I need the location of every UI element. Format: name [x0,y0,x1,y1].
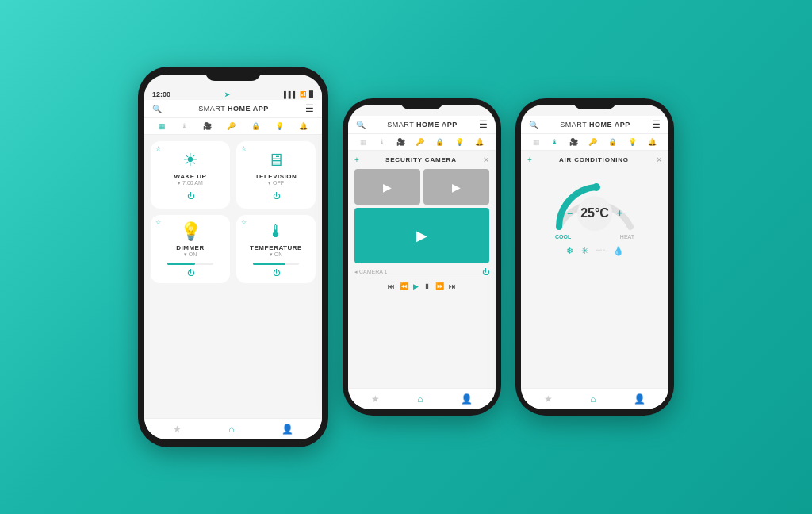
heat-label: HEAT [620,234,634,240]
bell-icon-ac[interactable]: 🔔 [648,138,657,146]
grid-icon[interactable]: ▦ [159,122,166,130]
temp-icon[interactable]: 🌡 [181,122,188,130]
drop-icon[interactable]: 💧 [613,246,624,256]
ac-widget-title: AIR CONDITIONING [532,156,656,163]
temp-title: TEMPERATURE [250,244,302,251]
bottom-home-ac[interactable]: ⌂ [590,393,596,405]
menu-icon-ac[interactable]: ☰ [652,119,661,130]
camera-icon-ac[interactable]: 🎥 [569,138,578,146]
wake-up-power[interactable]: ⏻ [187,192,194,200]
bottom-user-ac[interactable]: 👤 [634,393,645,405]
camera-thumb-2[interactable]: ▶ [423,169,489,205]
lock-icon-cam[interactable]: 🔒 [435,138,444,146]
search-icon-camera[interactable]: 🔍 [356,121,366,129]
time-display: 12:00 [152,90,170,98]
temp-plus-btn[interactable]: + [617,208,622,219]
nav-icons-ac: ▦ 🌡 🎥 🔑 🔒 💡 🔔 [521,134,668,151]
search-icon-large[interactable]: 🔍 [152,105,162,113]
bulb-icon-cam[interactable]: 💡 [455,138,464,146]
tv-title: TELEVISION [255,173,297,180]
phone-medium-camera: 🔍 SMART HOME APP ☰ ▦ 🌡 🎥 🔑 🔒 💡 🔔 [343,98,501,416]
cool-heat-labels: COOL HEAT [555,234,634,240]
widget-dimmer[interactable]: ☆ 💡 DIMMER ▾ ON ⏻ [151,215,230,283]
bottom-star-camera[interactable]: ★ [371,393,380,405]
search-icon-ac[interactable]: 🔍 [529,121,538,129]
play-icon-main: ▶ [416,227,427,244]
bell-icon-cam[interactable]: 🔔 [475,138,484,146]
bottom-star-large[interactable]: ★ [173,424,182,435]
bottom-user-large[interactable]: 👤 [282,424,293,435]
ac-close-btn[interactable]: ✕ [656,155,662,164]
key-icon-cam[interactable]: 🔑 [416,138,424,146]
camera-widget-title: SECURITY CAMERA [359,156,483,163]
tv-power[interactable]: ⏻ [273,192,280,200]
battery-icon: ▊ [309,91,314,98]
dimmer-value: ▾ ON [184,251,197,258]
widget-temperature[interactable]: ☆ 🌡 TEMPERATURE ▾ ON ⏻ [236,215,316,283]
thermometer-icon: 🌡 [267,221,285,242]
cool-label: COOL [555,234,571,240]
phone-large: 12:00 ➤ ▌▌▌ 📶 ▊ 🔍 SMART HOME APP ☰ [138,67,328,447]
menu-icon-large[interactable]: ☰ [305,103,314,114]
screen-medium-camera: 🔍 SMART HOME APP ☰ ▦ 🌡 🎥 🔑 🔒 💡 🔔 [348,105,496,409]
temp-minus-btn[interactable]: − [567,208,573,219]
snowflake-icon[interactable]: ❄ [566,246,573,256]
camera-section: + SECURITY CAMERA ✕ ▶ ▶ [348,151,496,388]
grid-icon-ac[interactable]: ▦ [533,138,540,146]
bulb-icon[interactable]: 💡 [275,122,284,130]
star-dimmer: ☆ [155,219,161,226]
lock-icon-ac[interactable]: 🔒 [608,138,617,146]
pause-btn[interactable]: ⏸ [423,282,431,290]
screen-large: 12:00 ➤ ▌▌▌ 📶 ▊ 🔍 SMART HOME APP ☰ [144,75,322,439]
bottom-user-camera[interactable]: 👤 [461,393,473,405]
app-title-ac: SMART HOME APP [560,121,630,128]
app-title-camera: SMART HOME APP [387,121,457,128]
play-icon-thumb2: ▶ [452,181,461,194]
camera-icon[interactable]: 🎥 [203,122,212,130]
sun-icon: ☀ [182,150,198,171]
app-content-large: ☆ ☀ WAKE UP ▾ 7:00 AM ⏻ ☆ 🖥 TELEVISION ▾… [144,135,322,418]
send-icon: ➤ [224,91,230,98]
dimmer-bulb-icon: 💡 [180,221,201,242]
dimmer-slider[interactable] [167,263,214,265]
menu-icon-camera[interactable]: ☰ [479,119,488,130]
bell-icon[interactable]: 🔔 [299,122,308,130]
temp-icon-cam[interactable]: 🌡 [378,138,385,146]
bottom-home-large[interactable]: ⌂ [228,424,234,435]
notch-medium-ac [573,98,617,109]
next-btn[interactable]: ⏩ [435,282,444,290]
camera-icon-cam[interactable]: 🎥 [396,138,405,146]
camera-close-btn[interactable]: ✕ [483,155,489,164]
camera-thumb-1[interactable]: ▶ [354,169,420,205]
camera-main-view[interactable]: ▶ [354,208,489,263]
lock-icon[interactable]: 🔒 [251,122,260,130]
key-icon-ac[interactable]: 🔑 [588,138,597,146]
temp-icon-ac[interactable]: 🌡 [551,138,558,146]
play-btn[interactable]: ▶ [413,282,419,290]
status-bar-large: 12:00 ➤ ▌▌▌ 📶 ▊ [144,89,322,100]
widget-television[interactable]: ☆ 🖥 TELEVISION ▾ OFF ⏻ [236,141,316,209]
skip-next-btn[interactable]: ⏭ [449,282,456,290]
skip-prev-btn[interactable]: ⏮ [388,282,395,290]
camera-widget-header: + SECURITY CAMERA ✕ [354,155,489,164]
app-header-camera: 🔍 SMART HOME APP ☰ [348,116,496,134]
camera-controls: ⏮ ⏪ ▶ ⏸ ⏩ ⏭ [354,278,489,294]
grid-icon-cam[interactable]: ▦ [360,138,367,146]
bottom-nav-ac: ★ ⌂ 👤 [521,388,668,409]
play-icon-thumb1: ▶ [383,181,392,194]
key-icon[interactable]: 🔑 [227,122,236,130]
prev-btn[interactable]: ⏪ [400,282,408,290]
wind-icon[interactable]: 〰 [596,246,605,256]
tv-value: ▾ OFF [268,180,284,186]
temp-display: 25°C [577,196,612,231]
bulb-icon-ac[interactable]: 💡 [628,138,637,146]
camera-power[interactable]: ⏻ [482,268,489,276]
bottom-star-ac[interactable]: ★ [544,393,553,405]
temp-power[interactable]: ⏻ [273,269,280,277]
bottom-home-camera[interactable]: ⌂ [417,393,423,405]
dimmer-power[interactable]: ⏻ [187,269,194,277]
fan-icon[interactable]: ✳ [581,246,588,256]
tv-icon: 🖥 [267,150,285,171]
widget-wake-up[interactable]: ☆ ☀ WAKE UP ▾ 7:00 AM ⏻ [151,141,230,209]
temp-slider[interactable] [253,263,300,265]
